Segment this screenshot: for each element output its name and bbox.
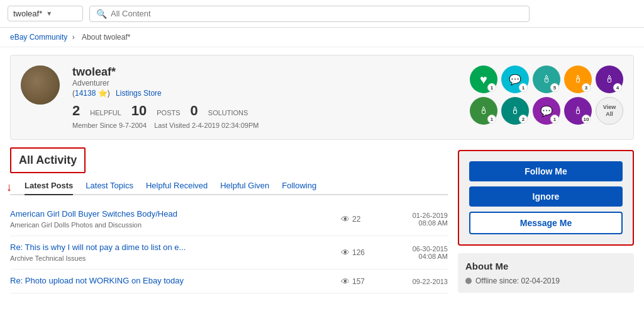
eye-icon: 👁 (341, 277, 350, 287)
list-item: American Girl Doll Buyer Switches Body/H… (10, 203, 448, 236)
badge-6: 🕯2 (501, 97, 529, 125)
search-icon: 🔍 (96, 9, 107, 19)
badges-row-1: ♥1 💬1 🕯5 🕯3 🕯4 (470, 66, 623, 93)
badge-count-8: 10 (582, 115, 591, 123)
site-dropdown[interactable]: twoleaf* ▼ (8, 6, 83, 21)
breadcrumb-home[interactable]: eBay Community (10, 33, 67, 42)
about-title: About Me (465, 261, 626, 271)
eye-icon: 👁 (341, 214, 350, 224)
tab-following[interactable]: Following (282, 181, 316, 195)
stat-posts-num: 10 (131, 103, 147, 119)
stats-row: 2 HELPFUL 10 POSTS 0 SOLUTIONS (72, 103, 457, 119)
activity-item-views: 👁 126 (341, 248, 379, 258)
breadcrumb-current: About twoleaf* (82, 33, 130, 42)
activity-item-subtitle: American Girl Dolls Photos and Discussio… (10, 221, 142, 229)
left-panel: All Activity ↓ Latest Posts Latest Topic… (10, 147, 448, 294)
badge-count-0: 1 (487, 83, 496, 92)
dropdown-label: twoleaf* (13, 9, 42, 18)
profile-username: twoleaf* (72, 66, 457, 79)
profile-role: Adventurer (72, 79, 457, 88)
badge-count-2: 5 (550, 83, 559, 92)
activity-item-text: American Girl Doll Buyer Switches Body/H… (10, 209, 328, 229)
avatar (21, 66, 60, 105)
activity-item-subtitle: Archive Technical Issues (10, 254, 86, 262)
stat-posts-label: POSTS (157, 109, 180, 117)
list-item: Re: Photo upload not WORKING on Ebay tod… (10, 270, 448, 294)
activity-item-views: 👁 157 (341, 277, 379, 287)
activity-item-views: 👁 22 (341, 214, 379, 224)
activity-item-title[interactable]: American Girl Doll Buyer Switches Body/H… (10, 209, 328, 219)
activity-item-date: 09-22-2013 (391, 278, 448, 285)
action-box: Follow Me Ignore Message Me (458, 150, 634, 246)
badge-count-7: 1 (550, 115, 559, 123)
stat-helpful-label: HELPFUL (90, 109, 121, 117)
search-input[interactable] (111, 9, 523, 18)
eye-icon: 👁 (341, 248, 350, 258)
activity-item-title[interactable]: Re: Photo upload not WORKING on Ebay tod… (10, 276, 328, 285)
tab-helpful-given[interactable]: Helpful Given (220, 181, 269, 195)
badge-8: 🕯10 (564, 97, 592, 125)
list-item: Re: This is why I will not pay a dime to… (10, 236, 448, 270)
stat-solutions-label: SOLUTIONS (208, 109, 248, 117)
tabs: ↓ Latest Posts Latest Topics Helpful Rec… (10, 181, 448, 195)
badge-1: 💬1 (501, 66, 529, 93)
badge-0: ♥1 (470, 66, 497, 93)
offline-text: Offline since: 02-04-2019 (475, 277, 560, 285)
ignore-button[interactable]: Ignore (469, 186, 623, 207)
profile-meta: (14138 ⭐) Listings Store (72, 89, 457, 98)
tab-latest-posts[interactable]: Latest Posts (25, 181, 73, 195)
tab-helpful-received[interactable]: Helpful Received (146, 181, 208, 195)
tab-latest-topics[interactable]: Latest Topics (86, 181, 133, 195)
breadcrumb: eBay Community › About twoleaf* (0, 28, 644, 47)
view-count: 126 (352, 248, 365, 257)
breadcrumb-separator: › (72, 33, 77, 42)
search-bar: 🔍 (89, 6, 530, 22)
profile-card: twoleaf* Adventurer (14138 ⭐) Listings S… (10, 55, 634, 140)
listings-link[interactable]: Listings (116, 89, 142, 98)
stat-solutions-num: 0 (191, 103, 198, 119)
view-count: 157 (352, 277, 365, 286)
badge-4: 🕯4 (596, 66, 623, 93)
badge-count-6: 2 (519, 115, 528, 123)
offline-status: Offline since: 02-04-2019 (465, 277, 626, 285)
main-content: All Activity ↓ Latest Posts Latest Topic… (10, 147, 634, 294)
badge-2: 🕯5 (533, 66, 560, 93)
badge-count-3: 3 (582, 83, 591, 92)
header: twoleaf* ▼ 🔍 (0, 0, 644, 28)
activity-title: All Activity (19, 154, 77, 166)
badge-count-1: 1 (519, 83, 528, 92)
right-panel: Follow Me Ignore Message Me About Me Off… (458, 147, 634, 294)
rating-star: ⭐ (98, 89, 108, 98)
offline-dot-icon (465, 278, 472, 284)
profile-rating-link[interactable]: 14138 (75, 89, 96, 98)
stat-helpful-num: 2 (72, 103, 80, 119)
message-me-button[interactable]: Message Me (469, 212, 623, 234)
view-count: 22 (352, 215, 360, 224)
activity-item-date: 01-26-2019 08:08 AM (391, 212, 448, 227)
badge-count-5: 1 (487, 115, 496, 123)
activity-item-text: Re: This is why I will not pay a dime to… (10, 242, 328, 263)
badge-5: 🕯1 (470, 97, 497, 125)
badge-7: 💬1 (533, 97, 560, 125)
store-link[interactable]: Store (143, 89, 162, 98)
activity-item-text: Re: Photo upload not WORKING on Ebay tod… (10, 276, 328, 287)
view-all-button[interactable]: ViewAll (596, 97, 623, 125)
badges-container: ♥1 💬1 🕯5 🕯3 🕯4 🕯1 🕯2 💬1 🕯10 ViewAll (470, 66, 623, 125)
member-since: Member Since 9-7-2004 Last Visited 2-4-2… (72, 122, 457, 129)
follow-me-button[interactable]: Follow Me (469, 161, 623, 181)
profile-info: twoleaf* Adventurer (14138 ⭐) Listings S… (72, 66, 457, 129)
activity-item-title[interactable]: Re: This is why I will not pay a dime to… (10, 242, 328, 252)
activity-item-date: 06-30-2015 04:08 AM (391, 245, 448, 260)
tab-arrow: ↓ (6, 181, 12, 194)
badges-row-2: 🕯1 🕯2 💬1 🕯10 ViewAll (470, 97, 623, 125)
activity-box: All Activity (10, 147, 86, 173)
about-box: About Me Offline since: 02-04-2019 (458, 253, 634, 293)
badge-count-4: 4 (613, 83, 622, 92)
activity-header: All Activity (10, 147, 448, 178)
badge-3: 🕯3 (564, 66, 592, 93)
chevron-down-icon: ▼ (46, 10, 52, 17)
